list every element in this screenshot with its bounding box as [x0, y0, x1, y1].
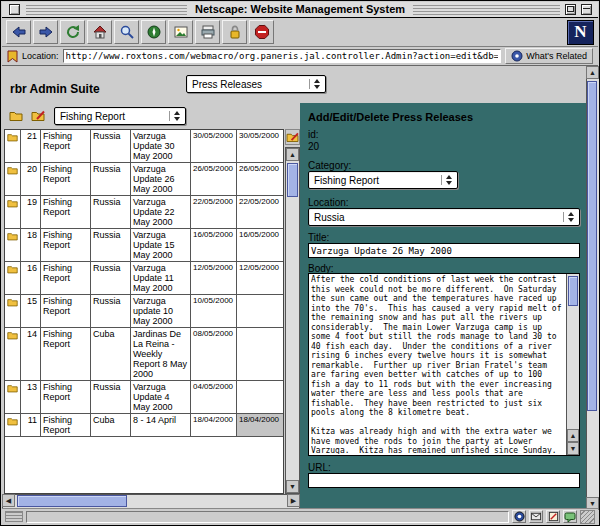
window-scrollbar-thumb[interactable] — [587, 81, 597, 411]
title-input[interactable] — [308, 243, 580, 258]
id-label: id: — [308, 129, 319, 140]
row-location: Cuba — [91, 328, 131, 380]
whats-related-button[interactable]: What's Related — [505, 48, 593, 64]
table-row[interactable]: 19Fishing ReportRussiaVarzuga Update 22 … — [5, 196, 283, 229]
row-category: Fishing Report — [41, 295, 91, 327]
category-filter-select[interactable]: Fishing Report — [54, 107, 186, 125]
body-textarea[interactable]: After the cold conditions of last week t… — [308, 273, 580, 456]
form-heading: Add/Edit/Delete Press Releases — [308, 111, 473, 123]
row-date: 18/04/2000 — [191, 414, 237, 436]
table-row[interactable]: 20Fishing ReportRussiaVarzuga Update 26 … — [5, 163, 283, 196]
home-button[interactable] — [87, 20, 112, 44]
print-button[interactable] — [195, 20, 220, 44]
edit-record-button[interactable] — [285, 129, 300, 145]
row-title[interactable]: 8 - 14 April — [131, 414, 191, 436]
folder-button[interactable] — [7, 107, 25, 123]
row-title[interactable]: Jardinas De La Reina - Weekly Report 8 M… — [131, 328, 191, 380]
row-title[interactable]: Varzuga update 10 May 2000 — [131, 295, 191, 327]
close-button[interactable] — [9, 4, 20, 15]
guide-button[interactable] — [141, 20, 166, 44]
composer-component-button[interactable] — [546, 510, 560, 523]
row-category: Fishing Report — [41, 229, 91, 261]
table-select[interactable]: Press Releases — [186, 75, 326, 93]
body-scrollbar[interactable]: ▲ ▼ — [566, 274, 579, 455]
row-category: Fishing Report — [41, 163, 91, 195]
row-title[interactable]: Varzuga Update 30 May 2000 — [131, 130, 191, 162]
category-select[interactable]: Fishing Report — [308, 171, 458, 189]
folder-icon — [7, 132, 18, 142]
scroll-down-icon[interactable]: ▼ — [567, 442, 579, 455]
table-scrollbar[interactable]: ▲ ▼ — [285, 147, 300, 494]
row-location: Russia — [91, 196, 131, 228]
folder-icon — [5, 414, 21, 436]
folder-icon — [7, 383, 18, 393]
popup-arrows-icon — [169, 111, 180, 121]
table-row[interactable]: 11Fishing ReportCuba8 - 14 April18/04/20… — [5, 414, 283, 437]
location-select[interactable]: Russia — [308, 208, 580, 226]
resize-handle[interactable] — [580, 510, 595, 524]
table-scrollbar-thumb[interactable] — [287, 163, 298, 197]
folder-edit-icon — [286, 132, 299, 142]
row-date: 08/05/2000 — [191, 328, 237, 380]
url-input[interactable] — [63, 49, 502, 63]
row-modified-date — [237, 328, 283, 380]
folder-icon — [5, 163, 21, 195]
new-record-button[interactable] — [29, 107, 47, 123]
row-location: Cuba — [91, 414, 131, 436]
stop-button[interactable] — [249, 20, 274, 44]
images-button[interactable] — [168, 20, 193, 44]
scroll-down-icon[interactable]: ▼ — [286, 480, 299, 493]
table-row[interactable]: 18Fishing ReportRussiaVarzuga Update 15 … — [5, 229, 283, 262]
scroll-up-icon[interactable]: ▲ — [567, 429, 579, 442]
table-row[interactable]: 13Fishing ReportRussiaVarzuga Update 4 M… — [5, 381, 283, 414]
table-row[interactable]: 15Fishing ReportRussiaVarzuga update 10 … — [5, 295, 283, 328]
folder-icon — [7, 297, 18, 307]
collapse-button[interactable] — [581, 4, 592, 15]
security-icon — [227, 24, 243, 40]
discussion-icon — [564, 511, 576, 523]
popup-arrows-icon — [309, 79, 320, 89]
url-field[interactable] — [308, 473, 580, 488]
table-row[interactable]: 14Fishing ReportCubaJardinas De La Reina… — [5, 328, 283, 381]
location-select-value: Russia — [314, 212, 345, 223]
zoom-button[interactable] — [565, 4, 576, 15]
netscape-window: Netscape: Website Management System N Lo… — [0, 0, 600, 526]
row-title[interactable]: Varzuga Update 4 May 2000 — [131, 381, 191, 413]
search-button[interactable] — [114, 20, 139, 44]
row-date: 10/05/2000 — [191, 295, 237, 327]
netscape-logo[interactable]: N — [567, 20, 594, 45]
discussion-component-button[interactable] — [563, 510, 577, 523]
search-icon — [119, 24, 135, 40]
row-date: 12/05/2000 — [191, 262, 237, 294]
window-scrollbar[interactable]: ▲ ▼ — [586, 66, 600, 510]
table-hscrollbar-thumb[interactable] — [17, 495, 127, 507]
row-modified-date: 12/05/2000 — [237, 262, 283, 294]
suite-title: rbr Admin Suite — [10, 82, 100, 96]
table-row[interactable]: 16Fishing ReportRussiaVarzuga Update 11 … — [5, 262, 283, 295]
scroll-up-icon[interactable]: ▲ — [586, 66, 599, 79]
navigator-component-button[interactable] — [512, 510, 526, 523]
title-bar[interactable]: Netscape: Website Management System — [2, 2, 598, 18]
row-title[interactable]: Varzuga Update 22 May 2000 — [131, 196, 191, 228]
security-button[interactable] — [222, 20, 247, 44]
row-title[interactable]: Varzuga Update 11 May 2000 — [131, 262, 191, 294]
table-row[interactable]: 21Fishing ReportRussiaVarzuga Update 30 … — [5, 130, 283, 163]
row-title[interactable]: Varzuga Update 26 May 2000 — [131, 163, 191, 195]
forward-button[interactable] — [33, 20, 58, 44]
folder-icon — [5, 295, 21, 327]
body-scrollbar-thumb[interactable] — [568, 276, 578, 306]
row-id: 14 — [21, 328, 41, 380]
security-indicator — [5, 511, 23, 522]
page-header: rbr Admin Suite Press Releases — [2, 66, 586, 103]
scroll-left-icon[interactable]: ◀ — [2, 494, 15, 507]
row-location: Russia — [91, 381, 131, 413]
reload-button[interactable] — [60, 20, 85, 44]
bookmark-icon[interactable] — [7, 50, 18, 63]
scroll-up-icon[interactable]: ▲ — [286, 148, 299, 161]
row-modified-date: 30/05/2000 — [237, 130, 283, 162]
back-button[interactable] — [6, 20, 31, 44]
scroll-right-icon[interactable]: ▶ — [287, 494, 300, 507]
mail-component-button[interactable] — [529, 510, 543, 523]
title-label: Title: — [308, 232, 329, 243]
row-title[interactable]: Varzuga Update 15 May 2000 — [131, 229, 191, 261]
